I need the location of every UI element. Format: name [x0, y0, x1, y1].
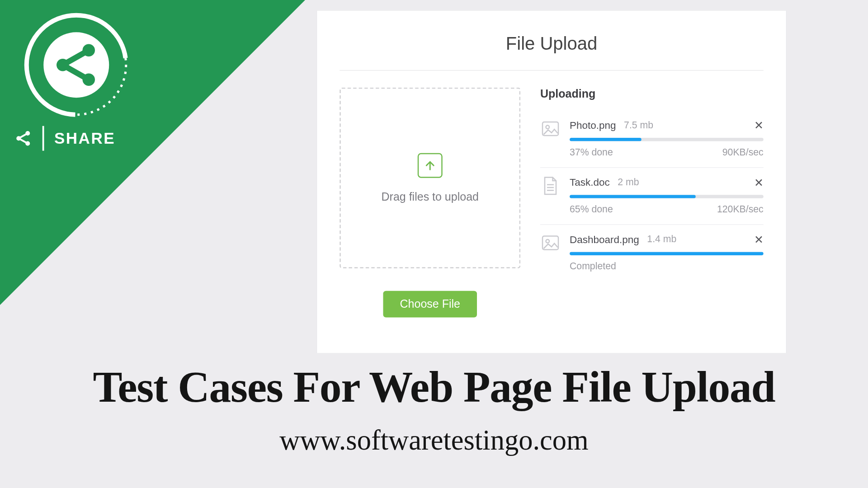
file-row: Photo.png7.5 mb✕37% done90KB/sec	[540, 111, 764, 168]
card-title: File Upload	[340, 28, 764, 70]
speed-text: 120KB/sec	[717, 204, 764, 215]
close-icon[interactable]: ✕	[754, 119, 764, 132]
close-icon[interactable]: ✕	[754, 233, 764, 246]
file-list: Photo.png7.5 mb✕37% done90KB/secTask.doc…	[540, 111, 764, 282]
upload-icon	[418, 153, 443, 178]
divider	[42, 126, 44, 151]
url-text: www.softwaretestingo.com	[0, 424, 868, 457]
status-text: Completed	[570, 261, 616, 272]
headline: Test Cases For Web Page File Upload	[0, 361, 868, 413]
dropzone-text: Drag files to upload	[382, 190, 479, 203]
svg-point-15	[546, 126, 550, 129]
progress-bar	[570, 252, 764, 256]
close-icon[interactable]: ✕	[754, 176, 764, 189]
file-row: Task.doc2 mb✕65% done120KB/sec	[540, 168, 764, 225]
status-text: 37% done	[570, 147, 613, 158]
file-name: Photo.png	[570, 119, 616, 131]
document-icon	[540, 176, 561, 196]
choose-file-button[interactable]: Choose File	[383, 291, 477, 318]
svg-point-2	[43, 32, 109, 98]
uploading-label: Uploading	[540, 88, 764, 101]
dropzone[interactable]: Drag files to upload	[340, 88, 520, 268]
share-label: SHARE	[54, 129, 115, 147]
share-small-icon	[14, 129, 32, 147]
file-name: Dashboard.png	[570, 234, 639, 245]
upload-card: File Upload Drag files to upload Choose …	[316, 10, 787, 354]
image-icon	[540, 119, 561, 139]
speed-text: 90KB/sec	[722, 147, 764, 158]
status-text: 65% done	[570, 204, 613, 215]
image-icon	[540, 233, 561, 253]
file-row: Dashboard.png1.4 mb✕Completed	[540, 225, 764, 282]
divider	[340, 70, 764, 70]
file-size: 2 mb	[618, 177, 639, 188]
svg-point-20	[546, 239, 550, 243]
progress-bar	[570, 195, 764, 198]
svg-line-12	[19, 138, 28, 143]
progress-bar	[570, 138, 764, 141]
logo-area: SHARE	[20, 9, 133, 151]
svg-line-11	[19, 133, 28, 138]
file-size: 1.4 mb	[647, 234, 676, 245]
file-name: Task.doc	[570, 177, 610, 188]
share-logo-icon	[20, 9, 133, 122]
file-size: 7.5 mb	[624, 120, 653, 131]
